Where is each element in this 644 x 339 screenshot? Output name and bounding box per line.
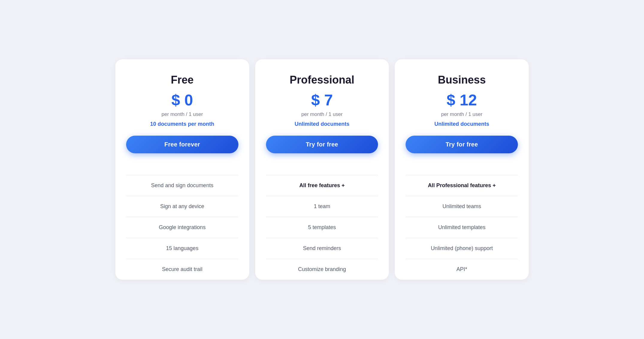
features-list-business: All Professional features +Unlimited tea… — [406, 175, 518, 280]
feature-item-free-2: Google integrations — [126, 217, 238, 238]
feature-item-free-4: Secure audit trail — [126, 259, 238, 280]
pricing-card-business: Business$ 12per month / 1 userUnlimited … — [395, 59, 529, 280]
card-header-free: Free$ 0per month / 1 user10 documents pe… — [126, 74, 238, 164]
features-list-professional: All free features +1 team5 templatesSend… — [266, 175, 378, 280]
card-header-business: Business$ 12per month / 1 userUnlimited … — [406, 74, 518, 164]
feature-item-professional-2: 5 templates — [266, 217, 378, 238]
feature-item-free-1: Sign at any device — [126, 196, 238, 217]
plan-docs-free: 10 documents per month — [126, 121, 238, 127]
feature-item-professional-4: Customize branding — [266, 259, 378, 280]
plan-button-professional[interactable]: Try for free — [266, 136, 378, 153]
feature-item-business-2: Unlimited templates — [406, 217, 518, 238]
plan-period-professional: per month / 1 user — [266, 111, 378, 117]
plan-docs-professional: Unlimited documents — [266, 121, 378, 127]
plan-name-professional: Professional — [266, 74, 378, 86]
feature-item-professional-0: All free features + — [266, 175, 378, 196]
feature-item-business-0: All Professional features + — [406, 175, 518, 196]
feature-item-business-1: Unlimited teams — [406, 196, 518, 217]
plan-period-business: per month / 1 user — [406, 111, 518, 117]
plan-docs-business: Unlimited documents — [406, 121, 518, 127]
feature-item-free-3: 15 languages — [126, 238, 238, 259]
features-list-free: Send and sign documentsSign at any devic… — [126, 175, 238, 280]
feature-item-professional-3: Send reminders — [266, 238, 378, 259]
plan-price-professional: $ 7 — [266, 91, 378, 109]
plan-button-free[interactable]: Free forever — [126, 136, 238, 153]
feature-item-free-0: Send and sign documents — [126, 175, 238, 196]
plan-name-business: Business — [406, 74, 518, 86]
pricing-card-free: Free$ 0per month / 1 user10 documents pe… — [115, 59, 249, 280]
plan-period-free: per month / 1 user — [126, 111, 238, 117]
plan-button-business[interactable]: Try for free — [406, 136, 518, 153]
feature-item-professional-1: 1 team — [266, 196, 378, 217]
pricing-container: Free$ 0per month / 1 user10 documents pe… — [112, 59, 532, 280]
feature-item-business-3: Unlimited (phone) support — [406, 238, 518, 259]
plan-price-free: $ 0 — [126, 91, 238, 109]
feature-item-business-4: API* — [406, 259, 518, 280]
plan-name-free: Free — [126, 74, 238, 86]
plan-price-business: $ 12 — [406, 91, 518, 109]
pricing-card-professional: Professional$ 7per month / 1 userUnlimit… — [255, 59, 389, 280]
card-header-professional: Professional$ 7per month / 1 userUnlimit… — [266, 74, 378, 164]
